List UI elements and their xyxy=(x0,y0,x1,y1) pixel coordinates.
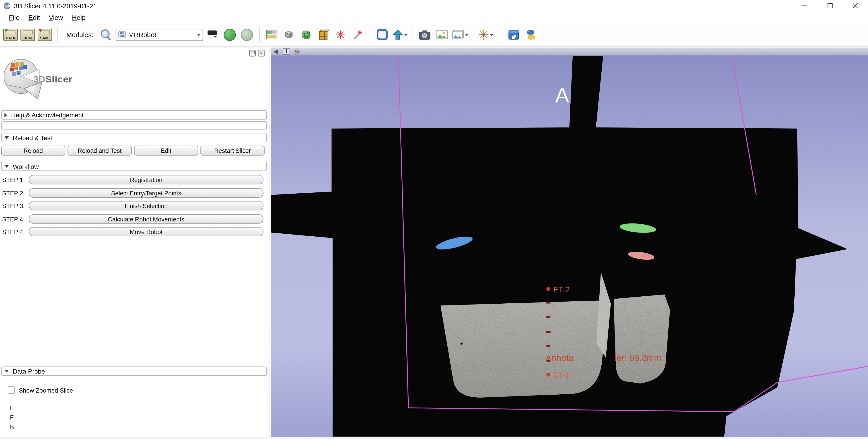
show-zoomed-slice-row: Show Zoomed Slice xyxy=(8,386,73,394)
trajectory-dash xyxy=(546,316,550,318)
orientation-marker-anterior: A xyxy=(555,84,569,107)
finish-selection-button[interactable]: Finish Selection xyxy=(29,201,264,211)
3d-view-canvas[interactable]: ET-2 ET-1 Annota ler: 59.3mm A xyxy=(271,56,868,437)
dicom-icon: DCM xyxy=(21,29,35,41)
load-data-button[interactable]: DATA xyxy=(3,25,18,44)
probe-row-foreground: F xyxy=(10,414,13,421)
scene-view-capture-button[interactable] xyxy=(434,25,449,44)
python-console-button[interactable] xyxy=(523,25,538,44)
toolbar-separator xyxy=(497,27,498,42)
step-row-1: STEP 1: Registration xyxy=(2,175,264,185)
chevron-down-icon xyxy=(197,34,200,38)
history-forward-button[interactable]: → xyxy=(239,25,254,44)
section-workflow[interactable]: Workflow xyxy=(1,162,267,171)
modules-label: Modules: xyxy=(66,31,93,38)
blue-frame-icon xyxy=(376,28,389,41)
toolbar-separator xyxy=(259,27,259,42)
restart-slicer-button[interactable]: Restart Slicer xyxy=(200,146,265,156)
crosshair-button[interactable] xyxy=(477,25,493,44)
menu-help[interactable]: Help xyxy=(67,12,90,23)
module-history-button[interactable] xyxy=(205,25,220,44)
pin-icon[interactable] xyxy=(273,49,280,55)
help-collapsed-box xyxy=(1,121,267,129)
wand-icon xyxy=(352,29,363,40)
restore-view-button[interactable] xyxy=(392,25,407,44)
move-robot-button[interactable]: Move Robot xyxy=(29,227,264,237)
step-label: STEP 1: xyxy=(2,176,29,183)
view-label: 1 xyxy=(283,48,290,55)
save-button[interactable]: SAVE xyxy=(37,25,53,44)
application-window: 3D Slicer 4.11.0-2019-01-21 File Edit Vi… xyxy=(0,0,868,439)
load-data-icon: DATA xyxy=(3,29,18,41)
capture-frame-button[interactable] xyxy=(375,25,390,44)
models-button[interactable] xyxy=(298,25,314,44)
step-row-2: STEP 2: Select Entry/Target Points xyxy=(2,188,264,198)
trajectory-dash xyxy=(546,302,550,303)
show-zoomed-slice-checkbox[interactable] xyxy=(8,386,15,394)
maximize-button[interactable] xyxy=(817,0,842,11)
extensions-icon xyxy=(507,29,520,41)
slice-views-button[interactable] xyxy=(281,25,297,44)
module-search-button[interactable] xyxy=(98,25,114,44)
section-reload-test[interactable]: Reload & Test xyxy=(1,133,267,143)
registration-button[interactable]: Registration xyxy=(29,175,264,185)
transforms-button[interactable] xyxy=(333,25,348,44)
undock-panel-icon[interactable] xyxy=(249,50,256,56)
close-button[interactable] xyxy=(843,0,868,11)
minimize-icon xyxy=(802,5,807,6)
center-view-icon[interactable] xyxy=(293,48,301,55)
module-selector-combobox[interactable]: MRRobot xyxy=(116,29,203,41)
history-back-button[interactable]: ← xyxy=(222,25,237,44)
save-icon: SAVE xyxy=(38,29,52,41)
scene-views-button[interactable] xyxy=(451,25,468,44)
reload-and-test-button[interactable]: Reload and Test xyxy=(67,146,132,156)
volume-rendering-button[interactable] xyxy=(315,25,331,44)
step-label: STEP 4: xyxy=(2,228,29,235)
forward-arrow-icon: → xyxy=(241,29,253,41)
title-bar: 3D Slicer 4.11.0-2019-01-21 xyxy=(0,0,868,11)
fiducial-point-et2[interactable] xyxy=(546,287,550,291)
fiducial-label-et1[interactable]: ET-1 xyxy=(553,371,570,379)
magic-wand-button[interactable] xyxy=(350,25,365,44)
ruler-label-left: Annota xyxy=(546,353,574,363)
fiducial-label-et2[interactable]: ET-2 xyxy=(553,285,570,294)
screenshot-button[interactable] xyxy=(417,25,432,44)
menu-view[interactable]: View xyxy=(44,12,67,23)
section-help-acknowledgement[interactable]: Help & Acknowledgement xyxy=(1,110,267,120)
step-row-5: STEP 4: Move Robot xyxy=(2,227,264,237)
selected-module: MRRobot xyxy=(128,31,156,38)
section-label: Workflow xyxy=(13,163,39,169)
menu-file[interactable]: File xyxy=(4,12,24,23)
menu-edit[interactable]: Edit xyxy=(24,12,44,23)
menu-bar: File Edit View Help xyxy=(0,11,868,23)
checkbox-label: Show Zoomed Slice xyxy=(19,387,73,393)
gold-grid-icon xyxy=(317,29,329,40)
expanded-triangle-icon xyxy=(4,370,9,372)
section-data-probe[interactable]: Data Probe xyxy=(1,367,267,376)
search-icon xyxy=(100,29,112,40)
chevron-down-icon xyxy=(490,34,493,38)
minimize-button[interactable] xyxy=(792,0,817,11)
extensions-manager-button[interactable] xyxy=(506,25,521,44)
reload-button-row: Reload Reload and Test Edit Restart Slic… xyxy=(1,146,265,156)
load-dicom-button[interactable]: DCM xyxy=(20,25,35,44)
collapsed-triangle-icon xyxy=(4,113,7,117)
red-burst-icon xyxy=(335,29,346,40)
edit-button[interactable]: Edit xyxy=(134,146,198,156)
toolbar-separator xyxy=(370,27,370,42)
layout-selector-button[interactable] xyxy=(264,25,279,44)
fiducial-point-et1[interactable] xyxy=(546,373,550,377)
up-arrow-icon xyxy=(392,29,403,40)
section-label: Data Probe xyxy=(13,368,45,374)
expanded-triangle-icon xyxy=(4,136,9,139)
select-entry-target-button[interactable]: Select Entry/Target Points xyxy=(29,188,264,198)
calculate-robot-movements-button[interactable]: Calculate Robot Movements xyxy=(29,214,264,224)
close-panel-icon[interactable]: × xyxy=(258,50,265,56)
cube-icon xyxy=(283,29,294,40)
section-label: Reload & Test xyxy=(13,134,52,141)
chevron-down-icon xyxy=(465,34,468,38)
app-icon xyxy=(3,2,11,9)
step-label: STEP 4: xyxy=(2,216,29,222)
reload-button[interactable]: Reload xyxy=(1,146,65,156)
combo-divider xyxy=(194,30,194,39)
